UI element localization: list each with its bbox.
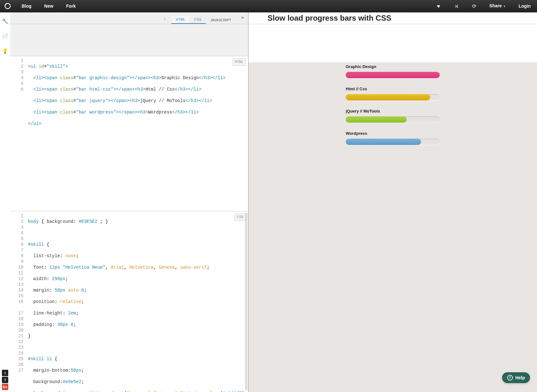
download-icon[interactable]: ↓ [164, 16, 166, 21]
cssdeck-logo-icon [4, 3, 11, 10]
sidebar: 🔧 📄 💡 t f G+ [0, 12, 10, 392]
tab-css[interactable]: CSS [190, 16, 206, 24]
html-editor[interactable]: HTML 123456 <ul id="skill"> <li><span cl… [10, 56, 248, 211]
chevron-down-icon: ▼ [503, 5, 506, 8]
pane-label-css: CSS [235, 213, 246, 221]
nav-fork[interactable]: Fork [60, 0, 82, 12]
progress-bar-jquery [346, 116, 407, 123]
skill-label: Graphic Design [346, 64, 376, 69]
help-button[interactable]: ? Help [502, 372, 530, 383]
css-gutter: 12345678910111213141516 1718192021222324… [10, 211, 27, 392]
skill-label: Html // Css [346, 86, 367, 91]
twitter-icon[interactable]: t [2, 370, 8, 376]
skill-item: Html // Css [346, 94, 440, 100]
html-gutter: 123456 [10, 56, 27, 211]
reload-icon[interactable]: ⟳ [465, 0, 483, 12]
social-share: t f G+ [2, 370, 8, 390]
css-code[interactable]: body { background: #E9E5E2 ; } #skill { … [27, 211, 248, 392]
editor-tabs: ↓ HTML CSS JAVASCRIPT ⚑ [10, 12, 248, 24]
progress-bar-html-css [346, 94, 430, 100]
scrollbar[interactable] [245, 213, 248, 391]
css-editor[interactable]: CSS 12345678910111213141516 171819202122… [10, 211, 248, 392]
nav-new[interactable]: New [38, 0, 60, 12]
tab-html[interactable]: HTML [171, 16, 190, 24]
preview-title: Slow load progress bars with CSS [268, 14, 391, 23]
skill-list: Graphic Design Html // Css jQuery // MoT… [346, 62, 440, 170]
tab-javascript[interactable]: JAVASCRIPT [206, 16, 236, 24]
help-label: Help [515, 375, 525, 380]
heart-icon[interactable]: ♥ [430, 0, 447, 12]
preview-body: Graphic Design Html // Css jQuery // MoT… [248, 62, 537, 392]
nav-blog[interactable]: Blog [15, 0, 38, 12]
wrench-icon[interactable]: 🔧 [2, 18, 8, 24]
facebook-icon[interactable]: f [2, 377, 8, 383]
skill-item: jQuery // MoTools [346, 116, 440, 123]
logo[interactable] [0, 3, 15, 10]
topbar: Blog New Fork ♥ ⤭ ⟳ Share▼ Login [0, 0, 537, 12]
progress-bar-wordpress [346, 139, 421, 145]
skill-label: jQuery // MoTools [346, 109, 380, 113]
preview-pane: Slow load progress bars with CSS Graphic… [248, 12, 537, 392]
pane-label-html: HTML [233, 58, 246, 66]
share-button[interactable]: Share▼ [483, 0, 512, 13]
help-icon: ? [507, 375, 513, 381]
editor-column: ↓ HTML CSS JAVASCRIPT ⚑ HTML 123456 <ul … [10, 12, 248, 392]
skill-item: Graphic Design [346, 72, 440, 78]
skill-item: Wordpress [346, 139, 440, 145]
login-button[interactable]: Login [512, 0, 537, 12]
flag-icon[interactable]: ⚑ [241, 16, 244, 20]
skill-label: Wordpress [346, 131, 367, 136]
nav-left: Blog New Fork [15, 0, 82, 12]
lightbulb-icon[interactable]: 💡 [2, 48, 8, 54]
progress-bar-graphic-design [346, 72, 440, 78]
nav-right: ♥ ⤭ ⟳ Share▼ Login [430, 0, 537, 13]
document-icon[interactable]: 📄 [2, 33, 8, 39]
shuffle-icon[interactable]: ⤭ [447, 0, 465, 12]
html-code[interactable]: <ul id="skill"> <li><span class="bar gra… [27, 56, 248, 211]
gplus-icon[interactable]: G+ [2, 384, 8, 390]
preview-header: Slow load progress bars with CSS [248, 12, 537, 24]
